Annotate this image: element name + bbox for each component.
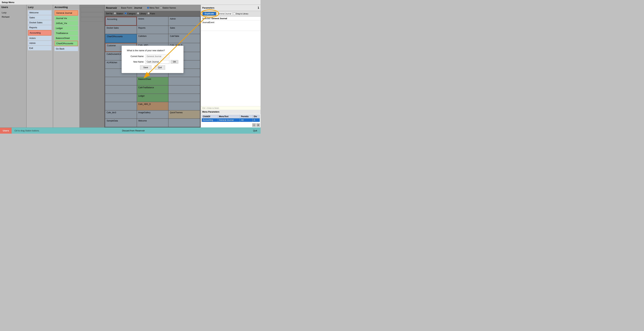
drag-to-library-label[interactable]: Drag to Library [233,13,248,15]
lucy-sales[interactable]: Sales [28,15,52,20]
lucy-header: Lucy [26,5,53,9]
params-hint: Ctrl + Enter to finish. [201,106,260,110]
spacer-panel [80,5,104,127]
cell-menu-text: General Journal [218,118,240,122]
reservoir-panel: Reservoir Base Form: Journal Menu Text S… [104,5,200,127]
dialog-new-name-input[interactable] [145,60,169,64]
dialog-current-name-row: Current Name: General Journal [127,54,178,58]
acct-jnlsub-vw[interactable]: JnlSub_Vw [54,21,78,25]
acct-balance-sheet[interactable]: BalanceSheet [54,36,78,40]
lucy-reports[interactable]: Reports [28,25,52,30]
lucy-welcome[interactable]: Welcome [28,10,52,15]
lucy-panel: Lucy Welcome Sales Docket Sales Reports … [26,5,53,127]
table-row[interactable]: Accounting General Journal AE A [202,118,260,122]
accounting-panel: Accounting General Journal Journal Vw Jn… [53,5,80,127]
users-button[interactable]: Users [0,128,12,134]
quit-button[interactable]: Quit [250,129,260,133]
lucy-accounting[interactable]: Accounting [28,30,52,35]
title-text: Setup Menu [2,1,14,3]
menu-params-table: ChildOf MenuText Permits Div Accounting … [202,115,260,122]
new-station-dialog: What is the name of your new station? Cu… [122,45,184,73]
params-number: 1 [258,6,259,9]
cell-child-of: Accounting [202,118,218,122]
params-header-label: Parameters [202,6,214,9]
params-controls: − + [201,123,260,127]
acct-ledger[interactable]: Ledger [54,26,78,30]
status-text: Ctrl to drag Station buttons. [12,129,94,132]
acct-chart-of-accounts[interactable]: ChartOfAccounts [54,41,78,46]
cell-permits: AE [240,118,253,122]
params-event-value: JournalEvent [202,21,259,24]
accounting-header: Accounting [53,5,79,9]
params-text-area: JournalEvent [201,20,260,31]
dialog-new-name-row: New Name: OK [127,60,178,64]
dialog-button-row: Save Quit [127,65,178,69]
menu-params-table-header-row: ChildOf MenuText Permits Div [202,115,260,118]
dialog-save-button[interactable]: Save [140,65,151,69]
duplicate-button[interactable]: Duplicate [202,12,216,16]
lucy-actors[interactable]: Actors [28,36,52,40]
drag-to-library-checkbox[interactable] [233,13,235,15]
user-lucy[interactable]: Lucy [1,11,26,14]
lucy-admin[interactable]: Admin [28,41,52,45]
plus-button[interactable]: + [256,123,260,127]
acct-trial-balance[interactable]: TrialBalance [54,31,78,35]
dialog-quit-button[interactable]: Quit [155,65,165,69]
col-permits: Permits [240,115,253,118]
users-list: Lucy Richard [0,9,26,20]
dialog-current-name-label: Current Name: [127,55,144,57]
col-child-of: ChildOf [202,115,218,118]
selected-value: General Journal [211,17,227,20]
params-selected-row: Selected: General Journal [201,17,260,20]
users-panel: Users Lucy Richard [0,5,26,127]
selected-label: Selected: [202,17,211,20]
params-header: Parameters 1 [201,5,260,11]
acct-general-journal[interactable]: General Journal [54,10,78,15]
dialog-title: What is the name of your new station? [127,49,178,52]
dialog-current-name-value: General Journal [145,54,169,58]
params-gen-input[interactable] [217,12,232,15]
menu-params-table-container: ChildOf MenuText Permits Div Accounting … [201,114,260,123]
title-bar: Setup Menu [0,0,260,5]
lucy-exit[interactable]: Exit [28,46,52,50]
acct-journal-vw[interactable]: Journal Vw [54,16,78,20]
params-toolbar: Duplicate Drag to Library [201,11,260,17]
dialog-ok-button[interactable]: OK [171,60,178,63]
acct-go-back[interactable]: Go Back [54,46,78,51]
col-div: Div [253,115,260,118]
user-richard[interactable]: Richard [1,15,26,19]
cell-div: A [253,118,260,122]
dialog-overlay: What is the name of your new station? Cu… [104,5,200,127]
users-header: Users [0,5,26,9]
bottom-bar: Users Ctrl to drag Station buttons. Disc… [0,127,260,134]
menu-params-header: Menu Parameters [201,110,260,114]
parameters-panel: Parameters 1 Duplicate Drag to Library S… [200,5,260,127]
lucy-docket-sales[interactable]: Docket Sales [28,20,52,25]
dialog-new-name-label: New Name: [127,61,144,63]
minus-button[interactable]: − [252,123,256,127]
params-empty-area [201,31,260,106]
col-menu-text: MenuText [218,115,240,118]
reservoir-label: Discard from Reservoir [94,129,172,132]
